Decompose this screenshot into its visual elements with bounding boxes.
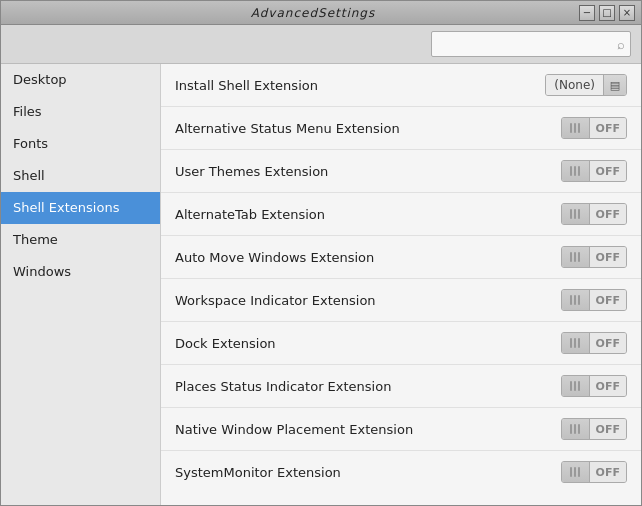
extension-row: AlternateTab ExtensionOFF	[161, 193, 641, 236]
extension-name-user-themes: User Themes Extension	[175, 164, 561, 179]
toggle-slider-icon	[562, 332, 590, 354]
main-window: AdvancedSettings − □ × ⌕ Desktop Files F…	[0, 0, 642, 506]
extension-row: User Themes ExtensionOFF	[161, 150, 641, 193]
extension-row: Auto Move Windows ExtensionOFF	[161, 236, 641, 279]
extension-name-workspace-indicator: Workspace Indicator Extension	[175, 293, 561, 308]
sidebar-item-files[interactable]: Files	[1, 96, 160, 128]
extension-name-auto-move-windows: Auto Move Windows Extension	[175, 250, 561, 265]
search-wrapper: ⌕	[431, 31, 631, 57]
window-controls: − □ ×	[579, 5, 635, 21]
toggle-off-label: OFF	[590, 419, 626, 439]
toggle-slider-icon	[562, 461, 590, 483]
toggle-slider-icon	[562, 375, 590, 397]
sidebar: Desktop Files Fonts Shell Shell Extensio…	[1, 64, 161, 505]
maximize-button[interactable]: □	[599, 5, 615, 21]
toggle-workspace-indicator[interactable]: OFF	[561, 289, 627, 311]
sidebar-item-shell-extensions[interactable]: Shell Extensions	[1, 192, 160, 224]
toggle-off-label: OFF	[590, 161, 626, 181]
toggle-slider-icon	[562, 203, 590, 225]
title-bar: AdvancedSettings − □ ×	[1, 1, 641, 25]
search-bar: ⌕	[1, 25, 641, 64]
install-folder-icon: ▤	[604, 74, 626, 96]
content-area: Desktop Files Fonts Shell Shell Extensio…	[1, 64, 641, 505]
toggle-off-label: OFF	[590, 462, 626, 482]
toggle-places-status[interactable]: OFF	[561, 375, 627, 397]
extension-row: Dock ExtensionOFF	[161, 322, 641, 365]
toggle-user-themes[interactable]: OFF	[561, 160, 627, 182]
sidebar-item-theme[interactable]: Theme	[1, 224, 160, 256]
toggle-slider-icon	[562, 418, 590, 440]
sidebar-item-fonts[interactable]: Fonts	[1, 128, 160, 160]
extensions-container: Alternative Status Menu ExtensionOFFUser…	[161, 107, 641, 493]
close-button[interactable]: ×	[619, 5, 635, 21]
toggle-off-label: OFF	[590, 333, 626, 353]
sidebar-item-desktop[interactable]: Desktop	[1, 64, 160, 96]
install-shell-extension-label: Install Shell Extension	[175, 78, 545, 93]
extension-row: Workspace Indicator ExtensionOFF	[161, 279, 641, 322]
toggle-off-label: OFF	[590, 118, 626, 138]
toggle-off-label: OFF	[590, 247, 626, 267]
search-input[interactable]	[431, 31, 631, 57]
extension-name-system-monitor: SystemMonitor Extension	[175, 465, 561, 480]
sidebar-item-shell[interactable]: Shell	[1, 160, 160, 192]
minimize-button[interactable]: −	[579, 5, 595, 21]
extension-name-native-window-placement: Native Window Placement Extension	[175, 422, 561, 437]
toggle-slider-icon	[562, 246, 590, 268]
toggle-slider-icon	[562, 117, 590, 139]
toggle-off-label: OFF	[590, 290, 626, 310]
extension-row: Alternative Status Menu ExtensionOFF	[161, 107, 641, 150]
toggle-slider-icon	[562, 160, 590, 182]
toggle-native-window-placement[interactable]: OFF	[561, 418, 627, 440]
extension-row: Places Status Indicator ExtensionOFF	[161, 365, 641, 408]
install-none-label: (None)	[546, 75, 604, 95]
toggle-system-monitor[interactable]: OFF	[561, 461, 627, 483]
extension-name-dock: Dock Extension	[175, 336, 561, 351]
toggle-alt-status-menu[interactable]: OFF	[561, 117, 627, 139]
window-title: AdvancedSettings	[47, 6, 579, 20]
install-shell-extension-row: Install Shell Extension (None) ▤	[161, 64, 641, 107]
toggle-off-label: OFF	[590, 204, 626, 224]
install-shell-extension-button[interactable]: (None) ▤	[545, 74, 627, 96]
extension-row: SystemMonitor ExtensionOFF	[161, 451, 641, 493]
extension-name-alternate-tab: AlternateTab Extension	[175, 207, 561, 222]
toggle-alternate-tab[interactable]: OFF	[561, 203, 627, 225]
toggle-auto-move-windows[interactable]: OFF	[561, 246, 627, 268]
extension-row: Native Window Placement ExtensionOFF	[161, 408, 641, 451]
toggle-dock[interactable]: OFF	[561, 332, 627, 354]
toggle-slider-icon	[562, 289, 590, 311]
extension-name-alt-status-menu: Alternative Status Menu Extension	[175, 121, 561, 136]
extension-name-places-status: Places Status Indicator Extension	[175, 379, 561, 394]
toggle-off-label: OFF	[590, 376, 626, 396]
extensions-list: Install Shell Extension (None) ▤ Alterna…	[161, 64, 641, 505]
sidebar-item-windows[interactable]: Windows	[1, 256, 160, 288]
